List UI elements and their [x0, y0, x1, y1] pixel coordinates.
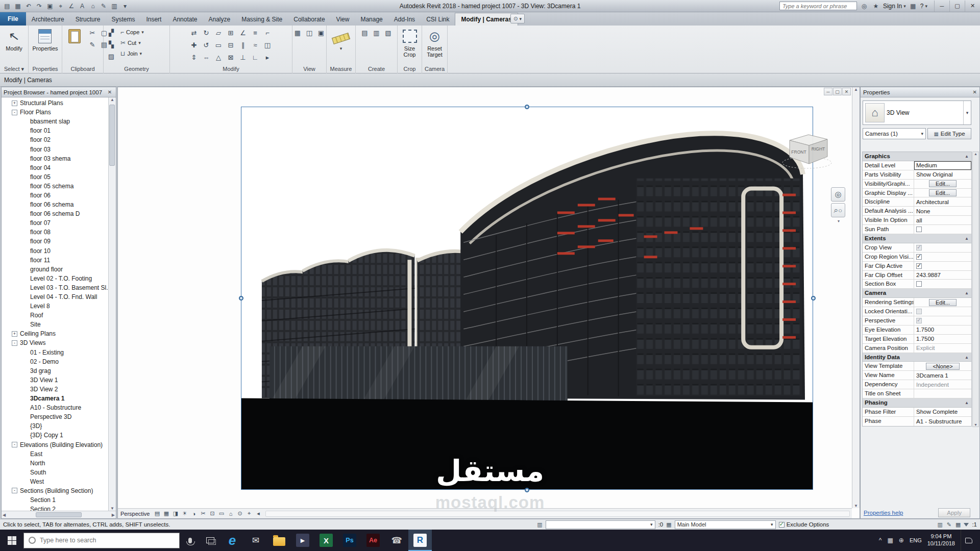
property-value[interactable]: Show Original Show Original — [914, 170, 971, 179]
view-control-icon[interactable]: ▭ — [217, 510, 226, 518]
ribbon-tab[interactable]: Add-Ins — [388, 13, 421, 26]
ribbon-tab[interactable]: File — [0, 12, 26, 26]
edit-type-button[interactable]: ▦ Edit Type — [927, 128, 971, 139]
tree-item[interactable]: Roof — [2, 311, 108, 320]
tree-item[interactable]: floor 06 schema D — [2, 209, 108, 218]
modify-tool-icon[interactable]: ∠ — [237, 27, 249, 38]
tree-item[interactable]: 3D View 2 — [2, 385, 108, 394]
tree-item[interactable]: floor 08 — [2, 228, 108, 237]
view-cube[interactable]: FRONT RIGHT — [780, 130, 837, 170]
ribbon-tab[interactable]: Annotate — [167, 13, 203, 26]
taskbar-app[interactable]: R — [408, 530, 432, 551]
tree-item[interactable]: Level 04 - T.O. Fnd. Wall — [2, 292, 108, 302]
language-indicator[interactable]: ENG — [910, 537, 922, 543]
scroll-left-icon[interactable]: ◀ — [3, 513, 6, 517]
expand-icon[interactable]: - — [12, 488, 17, 493]
tree-item[interactable]: {3D} Copy 1 — [2, 431, 108, 440]
property-value[interactable] — [914, 280, 971, 288]
expand-icon[interactable]: - — [12, 110, 17, 115]
property-value[interactable]: Architectural Architectural — [914, 197, 971, 206]
ribbon-tab[interactable]: Systems — [106, 13, 140, 26]
tree-item[interactable]: + Structural Plans — [2, 98, 108, 108]
clock[interactable]: 9:04 PM 10/11/2018 — [927, 533, 955, 547]
qat-icon[interactable]: ⌖ — [56, 1, 66, 11]
property-value[interactable]: Edit... Edit... — [914, 189, 971, 197]
property-value[interactable]: None None — [914, 207, 971, 215]
taskbar-app[interactable]: ✉ — [244, 530, 267, 551]
tree-item[interactable]: Site — [2, 320, 108, 329]
tree-item[interactable]: - 3D Views — [2, 338, 108, 347]
clipboard-tool-icon[interactable]: ✂ — [87, 27, 98, 38]
status-tool-icon[interactable]: ▥ — [937, 521, 942, 528]
create-tool-icon[interactable]: ▤ — [359, 27, 371, 38]
crop-handle-top[interactable] — [525, 105, 529, 109]
modify-tool-icon[interactable]: ⊠ — [225, 52, 236, 63]
hidden-icons-chevron[interactable]: ^ — [879, 537, 882, 544]
modify-tool-icon[interactable]: ⇕ — [188, 52, 200, 63]
property-value[interactable]: Explicit Explicit — [914, 344, 971, 353]
ribbon-tab[interactable]: Collaborate — [288, 13, 330, 26]
view-control-icon[interactable]: ⊙ — [235, 510, 244, 518]
tree-item[interactable]: 3D View 1 — [2, 375, 108, 385]
modify-tool-icon[interactable]: ≡ — [250, 27, 261, 38]
tree-item[interactable]: Level 8 — [2, 302, 108, 311]
ribbon-tab[interactable]: Structure — [70, 13, 106, 26]
view-tool-icon[interactable]: ◫ — [304, 27, 315, 38]
collapse-icon[interactable]: ▲ — [965, 152, 971, 161]
property-value[interactable]: all all — [914, 216, 971, 224]
tree-item[interactable]: - Elevations (Building Elevation) — [2, 440, 108, 449]
crop-handle-right[interactable] — [811, 296, 816, 300]
property-value[interactable] — [914, 253, 971, 261]
geometry-button[interactable]: ⌐ Cope ▾ — [119, 27, 145, 37]
tree-item[interactable]: floor 09 — [2, 237, 108, 246]
modify-tool-icon[interactable]: ⊞ — [225, 27, 236, 38]
view-tool-icon[interactable]: ▣ — [315, 27, 327, 38]
exchange-apps-icon[interactable]: ▦ — [909, 2, 918, 11]
qat-icon[interactable]: ⌂ — [88, 1, 98, 11]
view-control-icon[interactable]: ⌂ — [226, 510, 235, 518]
checkbox[interactable] — [916, 263, 922, 269]
view-control-icon[interactable]: ◂ — [254, 510, 262, 518]
apply-button[interactable]: Apply — [938, 508, 970, 517]
tray-icon[interactable]: ▦ — [888, 537, 893, 544]
modify-tool-icon[interactable]: ◫ — [262, 39, 273, 51]
checkbox[interactable] — [916, 254, 922, 260]
microphone-button[interactable] — [180, 530, 200, 551]
tree-item[interactable]: Section 2 — [2, 505, 108, 511]
taskbar-app[interactable]: Ps — [338, 530, 361, 551]
create-tool-icon[interactable]: ▥ — [371, 27, 382, 38]
modify-tool-icon[interactable]: ▸ — [262, 52, 273, 63]
project-browser-header[interactable]: Project Browser - hamed project 1007 ✕ — [2, 87, 116, 97]
taskbar-app[interactable]: ☎ — [385, 530, 408, 551]
view-control-icon[interactable]: ☀ — [180, 510, 189, 518]
modify-tool-icon[interactable]: ⊥ — [237, 52, 249, 63]
tree-item[interactable]: floor 05 — [2, 172, 108, 182]
modify-tool-icon[interactable]: ⊟ — [225, 39, 236, 51]
properties-help-link[interactable]: Properties help — [864, 510, 903, 516]
expand-icon[interactable]: - — [12, 340, 17, 346]
modify-tool-icon[interactable]: △ — [213, 52, 224, 63]
modify-tool-icon[interactable]: ▭ — [213, 39, 224, 51]
taskbar-app[interactable]: e — [220, 530, 244, 551]
modify-tool-icon[interactable]: ▱ — [213, 27, 224, 38]
expand-icon[interactable]: - — [12, 442, 17, 447]
design-option-dropdown[interactable]: Main Model ▾ — [675, 520, 776, 529]
checkbox[interactable] — [916, 227, 922, 232]
edit-button[interactable]: Edit... — [929, 299, 957, 306]
tree-item[interactable]: floor 11 — [2, 256, 108, 265]
create-tool-icon[interactable]: ▧ — [383, 27, 394, 38]
property-value[interactable]: 243.9887 243.9887 — [914, 271, 971, 280]
scroll-up-icon[interactable]: ▲ — [110, 97, 114, 102]
collapse-icon[interactable]: ▲ — [965, 353, 971, 362]
tree-item[interactable]: {3D} — [2, 421, 108, 431]
qat-icon[interactable]: ▥ — [109, 1, 119, 11]
property-value[interactable]: A1 - Substructure A1 - Substructure — [914, 417, 971, 426]
collapse-icon[interactable]: ▲ — [965, 398, 971, 407]
chevron-down-icon[interactable]: ▾ — [831, 219, 846, 223]
scroll-down-icon[interactable]: ▼ — [974, 423, 977, 427]
tree-item[interactable]: floor 04 — [2, 163, 108, 172]
favorites-icon[interactable]: ★ — [871, 2, 880, 11]
close-icon[interactable]: ✕ — [106, 89, 114, 95]
property-value[interactable]: 1.7500 1.7500 — [914, 335, 971, 343]
exclude-options-checkbox[interactable]: Exclude Options — [779, 521, 829, 528]
